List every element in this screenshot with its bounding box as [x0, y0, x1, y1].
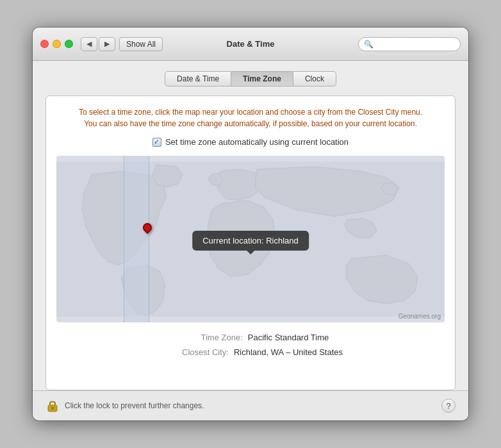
search-icon: 🔍	[364, 40, 374, 49]
info-text-line2: You can also have the time zone change a…	[56, 118, 445, 129]
info-text: To select a time zone, click the map nea…	[56, 106, 445, 129]
tab-date-time[interactable]: Date & Time	[165, 71, 231, 87]
nav-buttons: ◀ ▶	[81, 37, 115, 51]
search-box[interactable]: 🔍	[358, 37, 461, 51]
titlebar: ◀ ▶ Show All Date & Time 🔍	[33, 28, 468, 61]
traffic-lights	[40, 40, 73, 48]
auto-timezone-row: ✓ Set time zone automatically using curr…	[56, 137, 445, 147]
closest-city-label: Closest City:	[158, 347, 229, 357]
auto-timezone-label: Set time zone automatically using curren…	[165, 137, 349, 147]
timezone-row: Time Zone: Pacific Standard Time	[172, 333, 329, 342]
maximize-button[interactable]	[65, 40, 73, 48]
forward-button[interactable]: ▶	[99, 37, 115, 51]
main-window: ◀ ▶ Show All Date & Time 🔍 Date & Time T…	[33, 28, 468, 420]
closest-city-value: Richland, WA – United States	[234, 347, 343, 357]
timezone-value: Pacific Standard Time	[248, 333, 329, 342]
panel: To select a time zone, click the map nea…	[45, 95, 456, 390]
help-button[interactable]: ?	[441, 399, 456, 413]
tab-clock[interactable]: Clock	[293, 71, 336, 87]
show-all-button[interactable]: Show All	[119, 37, 163, 51]
close-button[interactable]	[40, 40, 49, 48]
window-title: Date & Time	[227, 39, 275, 49]
auto-timezone-checkbox[interactable]: ✓	[152, 138, 161, 147]
content-area: Date & Time Time Zone Clock To select a …	[33, 61, 468, 390]
geonames-credit: Geonames.org	[398, 313, 441, 320]
tabs: Date & Time Time Zone Clock	[45, 71, 456, 87]
minimize-button[interactable]	[53, 40, 61, 48]
closest-city-row: Closest City: Richland, WA – United Stat…	[158, 347, 343, 357]
location-tooltip: Current location: Richland	[192, 231, 309, 251]
back-button[interactable]: ◀	[81, 37, 97, 51]
svg-rect-2	[51, 407, 54, 410]
search-input[interactable]	[376, 40, 455, 49]
lock-button[interactable]	[45, 399, 60, 413]
tab-time-zone[interactable]: Time Zone	[231, 71, 293, 87]
world-map[interactable]: Current location: Richland Geonames.org	[56, 156, 445, 322]
lock-text: Click the lock to prevent further change…	[65, 401, 204, 410]
timezone-label: Time Zone:	[172, 333, 243, 342]
info-text-line1: To select a time zone, click the map nea…	[56, 106, 445, 118]
timezone-strip	[124, 156, 149, 322]
bottom-bar: Click the lock to prevent further change…	[33, 390, 468, 420]
timezone-info: Time Zone: Pacific Standard Time Closest…	[56, 333, 445, 357]
lock-area: Click the lock to prevent further change…	[45, 399, 204, 413]
